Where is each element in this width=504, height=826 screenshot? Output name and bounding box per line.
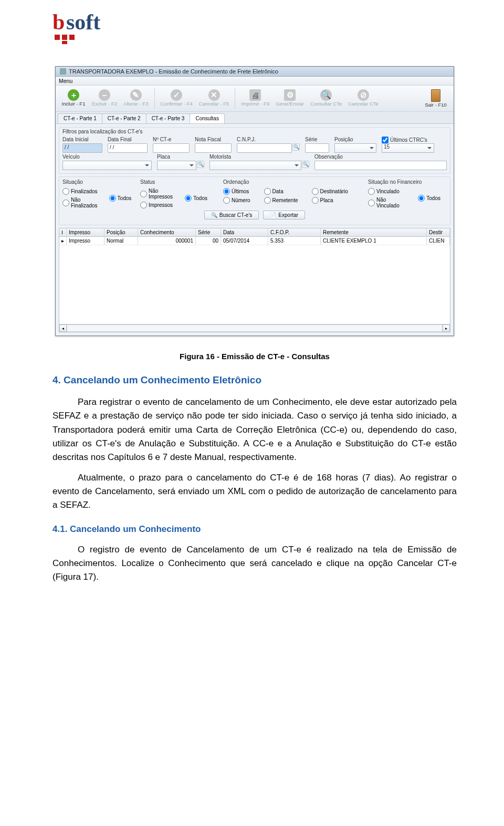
export-icon: 📄: [270, 212, 276, 218]
observacao-input[interactable]: [314, 161, 447, 170]
section-4-1-heading: 4.1. Cancelando um Conhecimento: [52, 524, 457, 535]
imprimir-button[interactable]: 🖨 Imprimir - F9: [238, 88, 272, 109]
situacao-nao-finalizados[interactable]: [62, 200, 69, 206]
exportar-button[interactable]: 📄Exportar: [263, 211, 305, 219]
col-data[interactable]: Data: [221, 228, 268, 236]
data-final-input[interactable]: / /: [108, 143, 148, 153]
row-pointer-icon: ▸: [59, 237, 67, 245]
pencil-icon: ✎: [130, 89, 142, 101]
svg-text:soft: soft: [66, 11, 100, 34]
situacao-finalizados[interactable]: [62, 188, 69, 195]
svg-rect-3: [62, 35, 67, 40]
status-nao-impressos[interactable]: [140, 191, 147, 197]
veiculo-select[interactable]: [62, 161, 152, 170]
sitfin-nao-vinculado[interactable]: [368, 200, 375, 206]
window-titlebar: TRANSPORTADORA EXEMPLO - Emissão de Conh…: [56, 67, 454, 77]
situacao-todos[interactable]: [109, 195, 116, 202]
tab-consultas[interactable]: Consultas: [190, 113, 224, 123]
col-destir[interactable]: Destir: [427, 228, 450, 236]
sitfin-vinculado[interactable]: [368, 188, 375, 195]
tab-parte1[interactable]: CT-e - Parte 1: [58, 113, 102, 123]
status-impressos[interactable]: [140, 202, 147, 208]
gerar-enviar-button[interactable]: ⚙ Gerar/Enviar: [273, 88, 307, 109]
minus-icon: −: [99, 89, 110, 101]
printer-icon: 🖨: [249, 89, 261, 101]
svg-rect-2: [55, 35, 60, 40]
filters-title: Filtros para localização dos CT-e's: [59, 128, 450, 137]
body-paragraph: Atualmente, o prazo para o cancelamento …: [52, 471, 457, 513]
cnpj-input[interactable]: [237, 143, 292, 153]
door-icon: [431, 89, 440, 102]
sair-button[interactable]: Sair - F10: [421, 88, 450, 109]
filters-group: Filtros para localização dos CT-e's Data…: [59, 127, 450, 174]
incluir-button[interactable]: ＋ Incluir - F1: [59, 88, 88, 109]
ord-data[interactable]: [264, 188, 271, 195]
excluir-button[interactable]: − Excluir - F2: [89, 88, 120, 109]
search-icon[interactable]: 🔍: [302, 161, 309, 168]
ord-ultimos[interactable]: [223, 188, 230, 195]
horizontal-scrollbar[interactable]: ◂ ▸: [59, 324, 450, 332]
nota-input[interactable]: [195, 143, 232, 153]
search-icon[interactable]: 🔍: [197, 161, 204, 168]
placa-select[interactable]: [157, 161, 196, 170]
cancelar-button[interactable]: ✕ Cancelar - F5: [196, 88, 232, 109]
body-paragraph: O registro de evento de Cancelamento de …: [52, 543, 457, 584]
logo: b soft: [52, 11, 457, 45]
sitfin-radiogroup: Situação no Financeiro Vinculado Não Vin…: [368, 179, 447, 208]
section-4-heading: 4. Cancelando um Conhecimento Eletrônico: [52, 374, 457, 386]
ord-numero[interactable]: [223, 197, 230, 204]
col-posicao[interactable]: Posição: [104, 228, 138, 236]
search-icon: 🔍: [320, 89, 332, 101]
x-icon: ✕: [208, 89, 220, 101]
search-icon[interactable]: 🔍: [292, 143, 300, 151]
body-paragraph: Para registrar o evento de cancelamento …: [52, 395, 457, 465]
ord-placa[interactable]: [312, 197, 319, 204]
posicao-select[interactable]: [334, 143, 376, 153]
figure-caption: Figura 16 - Emissão de CT-e - Consultas: [52, 352, 457, 361]
gear-icon: ⚙: [284, 89, 296, 101]
ordenacao-radiogroup: Ordenação Últimos Número Data Remetente: [223, 179, 359, 208]
consultar-cte-button[interactable]: 🔍 Consultar CTe: [308, 88, 344, 109]
svg-rect-6: [60, 68, 66, 75]
data-inicial-input[interactable]: / /: [62, 143, 102, 153]
ord-remetente[interactable]: [264, 197, 271, 204]
serie-input[interactable]: [305, 143, 329, 153]
toolbar: ＋ Incluir - F1 − Excluir - F2 ✎ Alterar …: [56, 86, 454, 112]
plus-icon: ＋: [68, 89, 79, 101]
col-conhecimento[interactable]: Conhecimento: [138, 228, 196, 236]
scroll-left-button[interactable]: ◂: [59, 325, 67, 332]
ord-destinatario[interactable]: [312, 188, 319, 195]
confirmar-button[interactable]: ✓ Confirmar - F4: [158, 88, 195, 109]
search-icon: 🔍: [211, 212, 217, 218]
status-radiogroup: Status Não Impressos Impressos Todos: [140, 179, 214, 208]
situacao-radiogroup: Situação Finalizados Não Finalizados Tod…: [62, 179, 131, 208]
tabs: CT-e - Parte 1 CT-e - Parte 2 CT-e - Par…: [56, 112, 454, 124]
svg-text:b: b: [52, 11, 65, 34]
col-cfop[interactable]: C.F.O.P.: [268, 228, 321, 236]
status-todos[interactable]: [185, 195, 192, 202]
window-title: TRANSPORTADORA EXEMPLO - Emissão de Conh…: [69, 68, 278, 75]
row-marker: Ⅰ: [59, 228, 67, 236]
app-screenshot: TRANSPORTADORA EXEMPLO - Emissão de Conh…: [55, 66, 454, 336]
buscar-button[interactable]: 🔍Buscar CT-e's: [204, 211, 259, 219]
app-icon: [60, 68, 66, 75]
table-row[interactable]: ▸ Impresso Normal 000001 00 05/07/2014 5…: [59, 237, 450, 245]
menu-item-menu[interactable]: Menu: [59, 78, 72, 84]
table-empty-area: [59, 245, 450, 324]
ultimos-ctrcs-checkbox[interactable]: [382, 137, 388, 143]
svg-rect-5: [62, 41, 67, 44]
cancelar-cte-button[interactable]: ⊘ Cancelar CTe: [345, 88, 381, 109]
alterar-button[interactable]: ✎ Alterar - F3: [121, 88, 151, 109]
col-remetente[interactable]: Remetente: [321, 228, 427, 236]
motorista-select[interactable]: [209, 161, 301, 170]
scroll-right-button[interactable]: ▸: [443, 325, 450, 332]
ultimos-ctrcs-input[interactable]: 15: [382, 143, 434, 153]
tab-parte2[interactable]: CT-e - Parte 2: [102, 113, 146, 123]
sitfin-todos[interactable]: [418, 195, 425, 202]
col-impresso[interactable]: Impresso: [67, 228, 104, 236]
menubar[interactable]: Menu: [56, 77, 454, 86]
svg-rect-4: [69, 35, 75, 40]
ncte-input[interactable]: [153, 143, 190, 153]
tab-parte3[interactable]: CT-e - Parte 3: [146, 113, 191, 123]
col-serie[interactable]: Série: [196, 228, 221, 236]
